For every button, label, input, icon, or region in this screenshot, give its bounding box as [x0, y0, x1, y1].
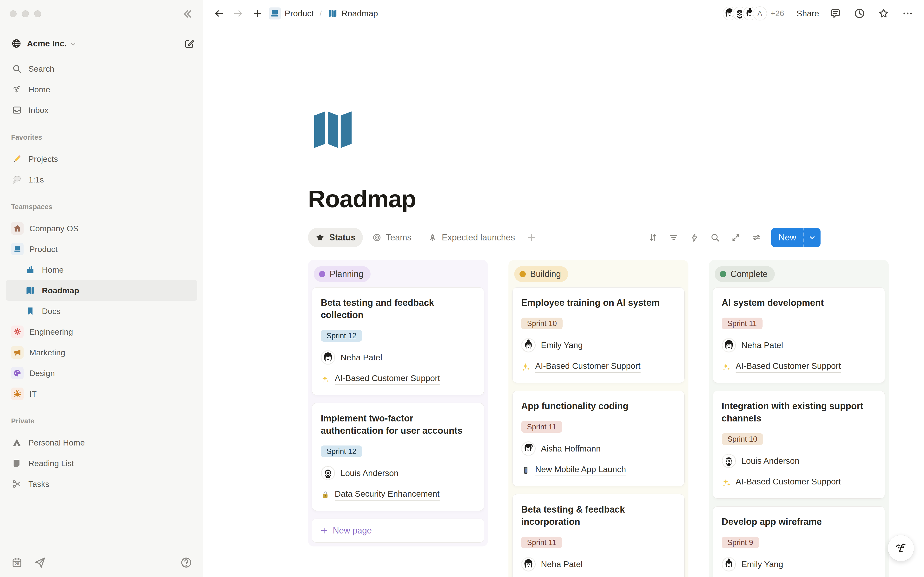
- expand-icon[interactable]: [731, 232, 741, 243]
- column-status-pill[interactable]: Complete: [715, 266, 775, 282]
- card-person[interactable]: Louis Anderson: [321, 466, 475, 480]
- updates-clock-icon[interactable]: [854, 8, 865, 19]
- board-card[interactable]: Employee training on AI system Sprint 10…: [512, 287, 685, 383]
- sidebar-item-design[interactable]: Design: [6, 363, 197, 384]
- notion-ai-button[interactable]: [888, 535, 914, 561]
- share-button[interactable]: Share: [797, 9, 819, 18]
- card-person[interactable]: Emily Yang: [521, 338, 676, 353]
- sprint-tag[interactable]: Sprint 11: [521, 421, 562, 433]
- window-zoom-button[interactable]: [34, 10, 41, 17]
- sidebar-item-home[interactable]: Home: [6, 79, 197, 100]
- card-relation-link[interactable]: Data Security Enhancement: [321, 489, 475, 501]
- breadcrumb-roadmap[interactable]: Roadmap: [324, 6, 381, 21]
- card-person[interactable]: Emily Yang: [722, 557, 876, 572]
- card-relation-link[interactable]: AI-Based Customer Support: [321, 373, 475, 385]
- board-card[interactable]: Integration with existing support channe…: [713, 391, 885, 499]
- board-card[interactable]: Develop app wireframe Sprint 9 Emily Yan…: [713, 506, 885, 577]
- view-settings-icon[interactable]: [751, 232, 762, 243]
- card-person[interactable]: Neha Patel: [722, 338, 876, 353]
- sidebar-item-home[interactable]: Home: [6, 259, 197, 280]
- add-page-icon[interactable]: [252, 8, 263, 19]
- breadcrumb-product[interactable]: Product: [265, 5, 317, 21]
- sidebar-item-search[interactable]: Search: [6, 58, 197, 79]
- favorite-star-icon[interactable]: [878, 8, 889, 19]
- tab-expected-launches[interactable]: Expected launches: [421, 228, 522, 247]
- sprint-tag[interactable]: Sprint 10: [722, 433, 763, 445]
- help-icon[interactable]: [180, 556, 192, 569]
- sprint-tag[interactable]: Sprint 11: [722, 318, 762, 329]
- sprint-tag[interactable]: Sprint 9: [722, 537, 759, 548]
- card-person[interactable]: Neha Patel: [321, 350, 475, 365]
- sidebar-item-company-os[interactable]: Company OS: [6, 218, 197, 239]
- sprint-tag[interactable]: Sprint 12: [321, 445, 362, 457]
- sidebar-item-personal-home[interactable]: Personal Home: [6, 432, 197, 453]
- column-status-pill[interactable]: Planning: [314, 266, 371, 282]
- card-relation-link[interactable]: AI-Based Customer Support: [722, 477, 876, 488]
- forward-icon[interactable]: [233, 8, 244, 19]
- tab-status[interactable]: Status: [308, 228, 363, 247]
- card-relation-link[interactable]: New Mobile App Launch: [521, 464, 676, 476]
- kanban-board: Planning Beta testing and feedback colle…: [308, 260, 924, 577]
- relation-link-label: AI-Based Customer Support: [535, 361, 641, 372]
- add-view-icon[interactable]: [527, 232, 536, 243]
- sidebar-item-projects[interactable]: Projects: [6, 148, 197, 169]
- workspace-switcher[interactable]: Acme Inc.: [0, 32, 203, 55]
- card-relation-link[interactable]: AI-Based Customer Support: [722, 361, 876, 372]
- send-icon[interactable]: [34, 556, 46, 569]
- sprint-tag[interactable]: Sprint 10: [521, 318, 562, 329]
- column-status-label: Planning: [330, 269, 363, 279]
- board-card[interactable]: App functionality coding Sprint 11 Aisha…: [512, 391, 685, 486]
- sidebar-item-docs[interactable]: Docs: [6, 301, 197, 321]
- sidebar-item-reading-list[interactable]: Reading List: [6, 453, 197, 474]
- calendar-icon[interactable]: [11, 556, 23, 569]
- new-button-dropdown[interactable]: [803, 228, 821, 247]
- page-map-icon[interactable]: [308, 105, 357, 154]
- filter-icon[interactable]: [669, 232, 679, 243]
- sidebar-item-it[interactable]: IT: [6, 384, 197, 404]
- board-card[interactable]: Implement two-factor authentication for …: [312, 403, 484, 511]
- card-title: Beta testing & feedback incorporation: [521, 503, 676, 528]
- person-name: Aisha Hoffmann: [541, 444, 601, 453]
- sidebar-collapse-icon[interactable]: [181, 8, 194, 20]
- new-page-button[interactable]: New page: [312, 519, 484, 543]
- sidebar-item-product[interactable]: Product: [6, 239, 197, 259]
- board-card[interactable]: AI system development Sprint 11 Neha Pat…: [713, 287, 885, 383]
- sparkles-icon: [521, 362, 530, 371]
- avatar-stack[interactable]: A: [723, 6, 767, 21]
- avatar-neha-patel: [321, 350, 335, 365]
- card-person[interactable]: Louis Anderson: [722, 454, 876, 468]
- board-card[interactable]: Beta testing and feedback collection Spr…: [312, 287, 484, 395]
- sidebar-item-tasks[interactable]: Tasks: [6, 474, 197, 494]
- more-members-count[interactable]: +26: [771, 9, 784, 18]
- sidebar-item-roadmap[interactable]: Roadmap: [6, 280, 197, 301]
- card-person[interactable]: Aisha Hoffmann: [521, 442, 676, 456]
- back-icon[interactable]: [213, 8, 225, 19]
- search-icon[interactable]: [710, 232, 720, 243]
- avatar-letter[interactable]: A: [753, 6, 767, 21]
- tab-teams[interactable]: Teams: [365, 228, 419, 247]
- new-button[interactable]: New: [771, 228, 803, 247]
- more-options-icon[interactable]: [902, 8, 913, 19]
- window-minimize-button[interactable]: [22, 10, 29, 17]
- sidebar-item-marketing[interactable]: Marketing: [6, 342, 197, 363]
- sort-icon[interactable]: [648, 232, 658, 243]
- lock-icon: [321, 490, 330, 500]
- window-close-button[interactable]: [10, 10, 16, 17]
- page-title[interactable]: Roadmap: [308, 185, 924, 213]
- sidebar-item-1-1s[interactable]: 1:1s: [6, 169, 197, 190]
- globe-icon: [11, 38, 22, 49]
- sidebar-item-engineering[interactable]: Engineering: [6, 321, 197, 342]
- card-relation-link[interactable]: AI-Based Customer Support: [521, 361, 676, 372]
- sprint-tag[interactable]: Sprint 11: [521, 537, 562, 548]
- column-status-pill[interactable]: Building: [514, 266, 568, 282]
- board-card[interactable]: Beta testing & feedback incorporation Sp…: [512, 494, 685, 577]
- automation-lightning-icon[interactable]: [690, 232, 699, 243]
- comments-icon[interactable]: [830, 8, 841, 19]
- sidebar-item-inbox[interactable]: Inbox: [6, 100, 197, 121]
- gear-icon: [11, 326, 24, 338]
- compose-icon[interactable]: [184, 38, 195, 49]
- sprint-tag[interactable]: Sprint 12: [321, 330, 362, 342]
- card-person[interactable]: Neha Patel: [521, 557, 676, 572]
- star-icon: [315, 233, 325, 242]
- sidebar-item-label: Personal Home: [28, 438, 85, 447]
